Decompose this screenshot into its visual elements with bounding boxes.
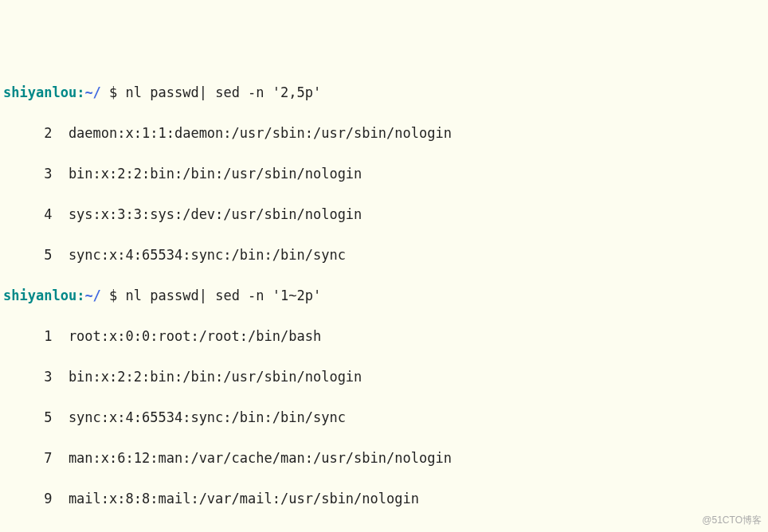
watermark-text: @51CTO博客 [702,513,762,527]
prompt-dollar: $ [101,84,126,100]
line-text: root:x:0:0:root:/root:/bin/bash [69,328,321,344]
line-number: 5 [3,408,52,428]
line-text: bin:x:2:2:bin:/bin:/usr/sbin/nologin [69,369,362,385]
command-text: nl passwd| sed -n '2,5p' [126,84,322,100]
line-number: 1 [3,327,52,347]
command-text: nl passwd| sed -n '1~2p' [126,288,322,303]
line-text: man:x:6:12:man:/var/cache/man:/usr/sbin/… [69,450,452,466]
prompt-sep: : [76,288,84,303]
prompt-user: shiyanlou [3,288,76,303]
output-line: 4sys:x:3:3:sys:/dev:/usr/sbin/nologin [3,205,765,225]
output-line: 5sync:x:4:65534:sync:/bin:/bin/sync [3,408,765,428]
output-line: 9mail:x:8:8:mail:/var/mail:/usr/sbin/nol… [3,489,765,510]
output-line: 2daemon:x:1:1:daemon:/usr/sbin:/usr/sbin… [3,123,765,144]
line-text: sync:x:4:65534:sync:/bin:/bin/sync [69,409,346,425]
line-text: bin:x:2:2:bin:/bin:/usr/sbin/nologin [69,166,362,182]
line-text: sync:x:4:65534:sync:/bin:/bin/sync [69,247,346,263]
prompt-line-1[interactable]: shiyanlou:~/ $ nl passwd| sed -n '2,5p' [3,83,765,104]
line-number: 9 [3,489,52,510]
line-number: 4 [3,205,52,225]
prompt-path: ~/ [84,84,100,100]
output-line: 3bin:x:2:2:bin:/bin:/usr/sbin/nologin [3,164,765,185]
line-number: 5 [3,245,52,266]
output-line: 5sync:x:4:65534:sync:/bin:/bin/sync [3,245,765,266]
line-text: sys:x:3:3:sys:/dev:/usr/sbin/nologin [69,206,362,222]
line-number: 3 [3,164,52,185]
output-line: 7man:x:6:12:man:/var/cache/man:/usr/sbin… [3,448,765,469]
prompt-path: ~/ [84,288,100,303]
output-line: 1root:x:0:0:root:/root:/bin/bash [3,327,765,347]
line-number: 2 [3,123,52,144]
output-line: 3bin:x:2:2:bin:/bin:/usr/sbin/nologin [3,367,765,388]
line-number: 3 [3,367,52,388]
prompt-line-2[interactable]: shiyanlou:~/ $ nl passwd| sed -n '1~2p' [3,286,765,307]
prompt-user: shiyanlou [3,84,76,100]
line-text: daemon:x:1:1:daemon:/usr/sbin:/usr/sbin/… [69,125,452,141]
line-number: 7 [3,448,52,469]
line-text: mail:x:8:8:mail:/var/mail:/usr/sbin/nolo… [69,491,419,507]
prompt-sep: : [76,84,84,100]
prompt-dollar: $ [101,288,126,303]
